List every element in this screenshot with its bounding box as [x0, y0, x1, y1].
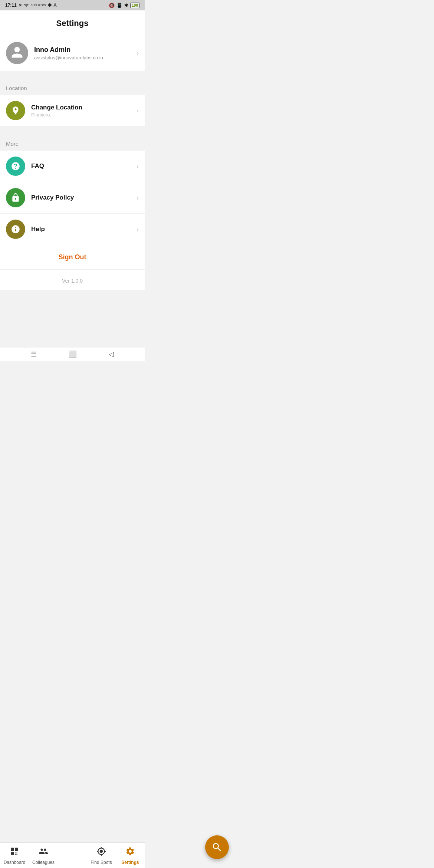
status-bluetooth-icon: ✱: [48, 3, 52, 8]
status-vibrate-icon: 📳: [116, 3, 122, 8]
status-bluetooth2-icon: ✱: [124, 3, 128, 8]
divider-before-location: [0, 71, 145, 78]
privacy-policy-item[interactable]: Privacy Policy ›: [0, 182, 145, 214]
sign-out-row[interactable]: Sign Out: [0, 245, 145, 270]
privacy-label: Privacy Policy: [31, 194, 137, 201]
profile-email: assistplus@innovaturelabs.co.in: [34, 55, 134, 60]
change-location-text: Change Location Pinmicro...: [31, 104, 137, 118]
page-title: Settings: [6, 19, 139, 28]
status-mute-icon: 🔇: [109, 3, 115, 8]
sign-out-label: Sign Out: [59, 253, 86, 261]
divider-before-more: [0, 126, 145, 134]
status-left: 17:11 ✕ 0.29 KB/S ✱ A: [5, 3, 57, 8]
status-time: 17:11: [5, 3, 17, 8]
battery-indicator: 100: [130, 3, 139, 8]
android-menu-btn[interactable]: ☰: [31, 350, 37, 358]
status-x-icon: ✕: [19, 3, 22, 8]
location-section-header: Location: [0, 78, 145, 95]
faq-icon-circle: [6, 157, 25, 176]
help-label: Help: [31, 226, 137, 233]
status-a-icon: A: [53, 3, 57, 8]
avatar-icon: [10, 46, 24, 60]
faq-text: FAQ: [31, 162, 137, 170]
profile-info: Inno Admin assistplus@innovaturelabs.co.…: [34, 46, 134, 60]
profile-row[interactable]: Inno Admin assistplus@innovaturelabs.co.…: [0, 35, 145, 71]
profile-chevron: ›: [137, 49, 139, 57]
version-number: 1.0.0: [71, 278, 83, 284]
help-item[interactable]: Help ›: [0, 214, 145, 245]
change-location-chevron: ›: [137, 107, 139, 115]
profile-name: Inno Admin: [34, 46, 134, 54]
location-icon-circle: [6, 101, 25, 120]
privacy-icon-circle: [6, 188, 25, 207]
change-location-label: Change Location: [31, 104, 137, 111]
avatar: [6, 42, 28, 64]
status-right: 🔇 📳 ✱ 100: [109, 3, 139, 8]
change-location-sub: Pinmicro...: [31, 112, 137, 118]
more-section-header: More: [0, 134, 145, 151]
privacy-text: Privacy Policy: [31, 194, 137, 201]
change-location-item[interactable]: Change Location Pinmicro... ›: [0, 95, 145, 126]
status-network-speed: 0.29 KB/S: [31, 3, 46, 7]
help-text: Help: [31, 226, 137, 233]
status-bar: 17:11 ✕ 0.29 KB/S ✱ A 🔇 📳 ✱ 100: [0, 0, 145, 10]
version-row: Ver 1.0.0: [0, 270, 145, 290]
android-back-btn[interactable]: ◁: [109, 350, 114, 358]
privacy-chevron: ›: [137, 194, 139, 202]
android-nav-bar: ☰ ⬜ ◁: [0, 348, 145, 361]
help-chevron: ›: [137, 226, 139, 233]
faq-item[interactable]: FAQ ›: [0, 151, 145, 182]
page-header: Settings: [0, 10, 145, 35]
status-wifi-icon: [24, 3, 29, 8]
version-text: Ver: [62, 278, 71, 284]
faq-label: FAQ: [31, 162, 137, 170]
help-icon-circle: [6, 220, 25, 239]
android-home-btn[interactable]: ⬜: [69, 350, 77, 358]
faq-chevron: ›: [137, 162, 139, 170]
